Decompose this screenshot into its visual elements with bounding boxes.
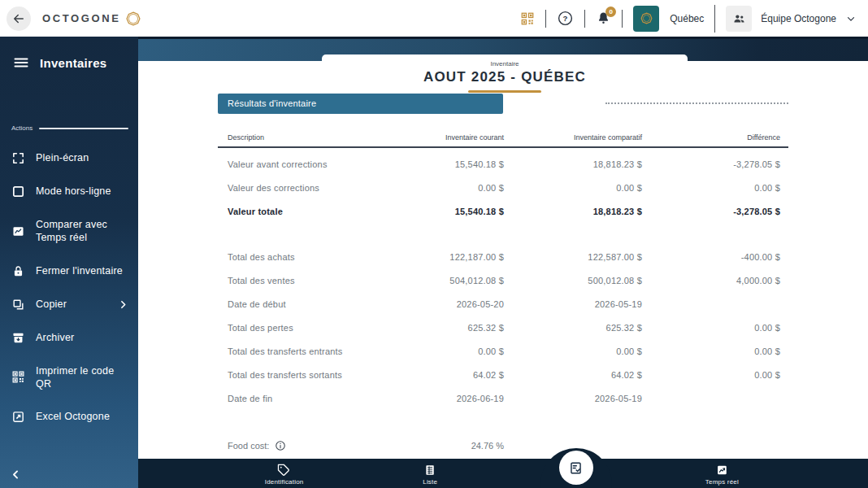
row-current-value: 625.32 $ [380,323,504,333]
hamburger-menu-icon[interactable] [13,54,29,71]
row-difference-value: 4,000.00 $ [642,276,780,285]
row-current-value: 2026-05-20 [380,299,504,309]
tab-liste[interactable]: Liste [423,459,437,488]
qr-code-button[interactable] [520,11,535,26]
copy-icon [11,298,25,312]
divider [584,10,585,28]
app-window: OCTOGONE ? [0,0,868,488]
compare-chart-icon [11,224,25,238]
location-label: Québec [670,13,704,24]
food-cost-label: Food cost: [228,441,269,451]
sidebar-item-comparer-temps-reel[interactable]: Comparer avec Temps réel [11,218,128,245]
sidebar-item-archiver[interactable]: Archiver [11,331,128,345]
back-button[interactable] [7,7,31,31]
row-description: Total des transferts sortants [218,370,380,380]
realtime-chart-icon [715,464,728,477]
notifications-button[interactable]: 0 [596,11,611,26]
row-current-value: 64.02 $ [380,370,504,380]
row-description: Valeur des corrections [218,183,380,193]
offline-square-icon [11,185,25,198]
row-description: Valeur totale [218,207,380,216]
row-current-value: 15,540.18 $ [380,207,504,216]
column-header-description: Description [218,133,380,142]
page-title: AOUT 2025 - QUÉBEC [322,69,688,85]
row-difference-value: 0.00 $ [642,346,780,356]
sidebar-item-copier[interactable]: Copier [11,298,128,312]
table-row: Valeur des corrections 0.00 $ 0.00 $ 0.0… [218,176,788,199]
row-comparative-value: 500,012.08 $ [504,276,642,285]
tab-temps-reel[interactable]: Temps réel [705,459,739,488]
sidebar-item-plein-ecran[interactable]: Plein-écran [11,151,128,165]
row-comparative-value: 18,818.23 $ [504,207,642,216]
excel-export-icon [11,410,25,424]
help-button[interactable]: ? [557,10,574,27]
top-header: OCTOGONE ? [0,0,868,37]
divider [622,10,623,28]
table-row: Total des transferts sortants 64.02 $ 64… [218,363,788,386]
qr-code-icon [520,11,535,26]
row-comparative-value: 2026-05-19 [504,394,642,403]
row-current-value: 122,187.00 $ [380,252,504,262]
lock-icon [11,264,25,278]
octagon-logo-icon [125,11,141,27]
sidebar-item-excel-octogone[interactable]: Excel Octogone [11,410,128,424]
dotted-divider [605,102,788,104]
archive-icon [11,331,25,345]
row-comparative-value: 18,818.23 $ [504,159,642,169]
octogone-logo: OCTOGONE [42,11,141,27]
row-current-value: 15,540.18 $ [380,159,504,169]
sidebar-item-mode-hors-ligne[interactable]: Mode hors-ligne [11,185,128,198]
chevron-down-icon [845,13,857,24]
table-row: Total des transferts entrants 0.00 $ 0.0… [218,339,788,363]
table-row: Total des ventes 504,012.08 $ 500,012.08… [218,268,788,292]
sidebar-item-fermer-inventaire[interactable]: Fermer l'inventaire [11,264,128,278]
location-logo-icon [633,6,659,32]
row-difference-value: 0.00 $ [642,323,780,333]
sidebar-title: Inventaires [40,56,107,70]
actions-section-label: Actions [11,124,33,132]
row-current-value: 0.00 $ [380,346,504,356]
row-description: Total des achats [218,252,380,262]
row-comparative-value: 625.32 $ [504,323,642,333]
table-row: Date de début 2026-05-20 2026-05-19 [218,292,788,316]
table-row: Valeur totale 15,540.18 $ 18,818.23 $ -3… [218,199,788,223]
sidebar-collapse-button[interactable] [10,468,22,481]
row-description: Total des ventes [218,276,380,285]
row-difference-value: -3,278.05 $ [642,159,780,169]
table-body: Valeur avant corrections 15,540.18 $ 18,… [218,152,788,410]
row-description: Date de début [218,299,380,309]
card-eyebrow: Inventaire [322,60,688,68]
tab-active-inventory[interactable] [559,451,593,485]
chevron-right-icon [118,299,128,310]
qr-code-icon [11,370,25,384]
svg-text:?: ? [563,14,568,23]
team-selector[interactable]: Équipe Octogone [726,6,857,32]
row-difference-value: 0.00 $ [642,183,780,193]
column-header-current: Inventaire courant [380,133,504,142]
logo-text: OCTOGONE [42,12,120,24]
row-comparative-value: 2026-05-19 [504,299,642,309]
row-comparative-value: 122,587.00 $ [504,252,642,262]
inventory-results-table: Description Inventaire courant Inventair… [218,133,788,457]
row-description: Total des pertes [218,323,380,333]
list-icon [423,464,436,477]
sidebar: Inventaires Actions Plein-écran Mode hor… [0,37,138,488]
main-content: Inventaire AOUT 2025 - QUÉBEC Résultats … [138,37,868,459]
row-difference-value: -3,278.05 $ [642,207,780,216]
row-current-value: 2026-06-19 [380,394,504,403]
sidebar-item-imprimer-qr[interactable]: Imprimer le code QR [11,364,128,391]
results-section-header: Résultats d'inventaire [218,94,503,114]
row-current-value: 0.00 $ [380,183,504,193]
section-divider [39,128,128,129]
row-description: Valeur avant corrections [218,159,380,169]
title-underline [468,90,541,93]
divider [714,5,715,33]
row-comparative-value: 64.02 $ [504,370,642,380]
location-selector[interactable]: Québec [633,6,704,32]
tab-identification[interactable]: Identification [265,459,304,488]
column-header-difference: Différence [642,133,780,142]
row-description: Date de fin [218,394,380,403]
info-icon[interactable] [275,440,286,451]
table-row: Date de fin 2026-06-19 2026-05-19 [218,386,788,410]
notification-badge: 0 [605,7,616,17]
